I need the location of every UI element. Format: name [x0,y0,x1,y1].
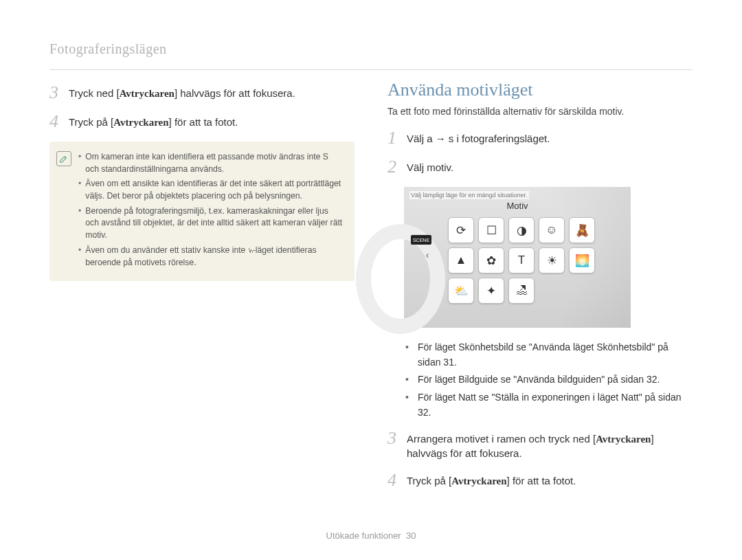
step-text-part: ] för att ta fotot. [169,116,238,128]
sunset-icon[interactable]: ☀ [539,247,565,273]
note-text: För läget Skönhetsbild se "Använda läget… [418,340,693,370]
lcd-left-controls: SCENE ‹ [404,214,431,324]
beauty-icon[interactable]: ⟳ [448,217,474,243]
children-icon[interactable]: 🧸 [569,217,595,243]
step-text: Tryck på [Avtryckaren] för att ta fotot. [407,471,576,488]
note-item: För läget Bildguide se "Använda bildguid… [405,372,693,388]
note-item: För läget Natt se "Ställa in exponeringe… [405,390,693,420]
night-icon[interactable]: ◑ [508,217,535,243]
step-text: Arrangera motivet i ramen och tryck ned … [407,429,693,460]
guide-icon[interactable]: ☐ [478,217,504,243]
portrait-icon[interactable]: ☺ [539,217,565,243]
note-text: För läget Bildguide se "Använda bildguid… [418,372,660,388]
step-text-part: ] halvvägs för att fokusera. [175,87,295,99]
note-text: Om kameran inte kan identifiera ett pass… [85,151,344,175]
step-text: Välj a → s i fotograferingsläget. [407,129,550,146]
page-number: 30 [406,530,416,541]
step-number: 1 [387,129,400,147]
section-subtitle: Ta ett foto med förinställda alternativ … [387,106,693,117]
note-text: För läget Natt se "Ställa in exponeringe… [418,390,693,420]
note-text: Beroende på fotograferingsmiljö, t.ex. k… [85,205,344,242]
step-text: Tryck på [Avtryckaren] för att ta fotot. [69,113,238,129]
note-icon-wrap [56,151,71,271]
note-list: Om kameran inte kan identifiera ett pass… [78,151,344,271]
step-text: Välj motiv. [407,158,453,175]
note-item: Även om du använder ett stativ kanske in… [78,245,344,269]
shutter-label: Avtryckaren [120,88,175,99]
lcd-panel-title: Motiv [506,201,528,211]
beach-snow-icon[interactable]: 🏖 [508,278,535,304]
step-text: Tryck ned [Avtryckaren] halvvägs för att… [69,84,295,100]
note-box: Om kameran inte kan identifiera ett pass… [49,142,355,281]
lcd-caption: Välj lämpligt läge för en mängd situatio… [409,191,529,199]
header-divider [49,69,693,70]
shutter-label: Avtryckaren [451,475,506,486]
step-text-part: Välj a [407,133,436,144]
fireworks-icon[interactable]: ✦ [478,278,504,304]
step-text-part: s i fotograferingsläget. [446,133,550,144]
scene-mode-badge: SCENE [411,235,431,245]
section-title: Använda motivläget [387,80,693,100]
note-item: Beroende på fotograferingsmiljö, t.ex. k… [78,205,344,242]
info-pencil-icon [56,151,71,166]
scene-icon-grid: ⟳ ☐ ◑ ☺ 🧸 ▲ ✿ T ☀ 🌅 ⛅ ✦ 🏖 [448,217,595,304]
step-text-part: Tryck på [ [69,116,113,128]
arrow-icon: → [436,133,446,144]
dawn-icon[interactable]: 🌅 [569,247,595,273]
left-step-3: 3 Tryck ned [Avtryckaren] halvvägs för a… [49,84,355,102]
camera-lcd-illustration: Välj lämpligt läge för en mängd situatio… [404,187,631,328]
step-number: 2 [387,158,400,176]
step-number: 3 [387,429,400,447]
page-header-title: Fotograferingslägen [49,41,693,57]
text-icon[interactable]: T [508,247,535,273]
chevron-left-icon: ‹ [423,251,431,260]
step-number: 4 [387,471,400,489]
note-text: Även om du använder ett stativ kanske in… [85,245,344,269]
right-step-1: 1 Välj a → s i fotograferingsläget. [387,129,693,147]
note-item: Även om ett ansikte kan identifieras är … [78,178,344,202]
step-text-part: ] för att ta fotot. [507,475,576,486]
right-step-3: 3 Arrangera motivet i ramen och tryck ne… [387,429,693,460]
left-column: 3 Tryck ned [Avtryckaren] halvvägs för a… [49,80,355,500]
step-text-part: Arrangera motivet i ramen och tryck ned … [407,433,596,445]
left-step-4: 4 Tryck på [Avtryckaren] för att ta foto… [49,113,355,131]
footer-section: Utökade funktioner [326,530,401,541]
page: Fotograferingslägen 3 Tryck ned [Avtryck… [0,0,742,560]
note-text: Även om ett ansikte kan identifieras är … [85,178,344,202]
closeup-icon[interactable]: ✿ [478,247,504,273]
dial-arc [356,224,445,334]
two-column-layout: 3 Tryck ned [Avtryckaren] halvvägs för a… [49,80,693,500]
shutter-label: Avtryckaren [113,117,168,128]
step-number: 3 [49,84,62,102]
backlight-icon[interactable]: ⛅ [448,278,474,304]
right-column: Använda motivläget Ta ett foto med förin… [387,80,693,500]
right-step-2: 2 Välj motiv. [387,158,693,176]
note-item: Om kameran inte kan identifiera ett pass… [78,151,344,175]
note-item: För läget Skönhetsbild se "Använda läget… [405,340,693,370]
step-number: 4 [49,113,62,131]
right-step-4: 4 Tryck på [Avtryckaren] för att ta foto… [387,471,693,489]
additional-notes-list: För läget Skönhetsbild se "Använda läget… [387,340,693,420]
step-text-part: Tryck på [ [407,475,451,486]
page-footer: Utökade funktioner 30 [0,530,742,541]
shutter-label: Avtryckaren [596,434,651,445]
landscape-icon[interactable]: ▲ [448,247,474,273]
step-text-part: Tryck ned [ [69,87,120,99]
